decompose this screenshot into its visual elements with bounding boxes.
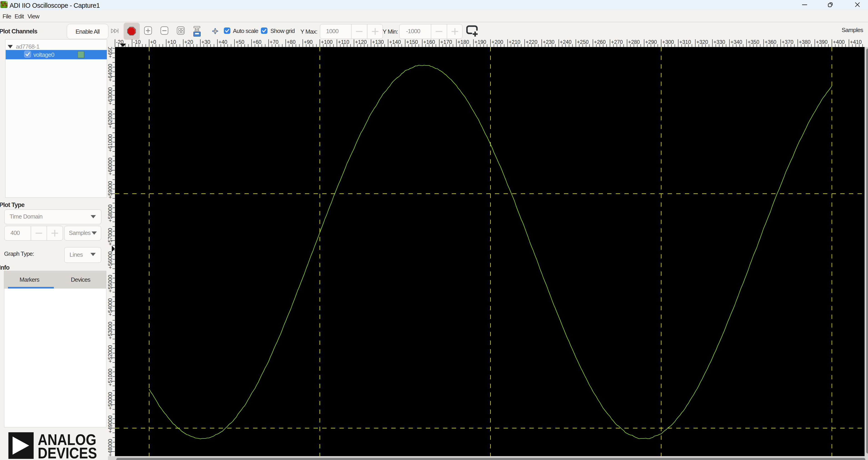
svg-text:+390: +390 — [816, 39, 828, 45]
svg-text:+58000: +58000 — [107, 204, 113, 222]
svg-text:+260: +260 — [594, 39, 606, 45]
svg-text:+70: +70 — [270, 39, 279, 45]
svg-text:+370: +370 — [782, 39, 794, 45]
svg-text:+330: +330 — [713, 39, 725, 45]
svg-text:+200: +200 — [492, 39, 503, 45]
svg-text:+140: +140 — [389, 39, 401, 45]
svg-text:+50: +50 — [236, 39, 244, 45]
svg-text:+170: +170 — [440, 39, 452, 45]
svg-text:+54000: +54000 — [107, 298, 113, 316]
svg-text:+410: +410 — [850, 39, 862, 45]
svg-text:+57000: +57000 — [107, 228, 113, 245]
svg-text:+90: +90 — [304, 39, 313, 45]
svg-text:+220: +220 — [526, 39, 537, 45]
svg-text:+320: +320 — [696, 39, 708, 45]
svg-text:+250: +250 — [577, 39, 589, 45]
svg-text:+120: +120 — [355, 39, 367, 45]
svg-text:+50000: +50000 — [107, 392, 113, 409]
svg-text:+270: +270 — [611, 39, 623, 45]
svg-text:+300: +300 — [662, 39, 674, 45]
svg-text:+56000: +56000 — [107, 252, 113, 269]
svg-text:+190: +190 — [474, 39, 486, 45]
svg-text:+350: +350 — [748, 39, 760, 45]
svg-text:+210: +210 — [508, 39, 520, 45]
svg-text:+60000: +60000 — [107, 158, 113, 175]
svg-text:+290: +290 — [645, 39, 657, 45]
svg-text:+340: +340 — [731, 39, 742, 45]
svg-text:+240: +240 — [560, 39, 572, 45]
svg-text:+30: +30 — [201, 39, 210, 45]
svg-text:-10: -10 — [133, 39, 141, 45]
svg-text:+65000: +65000 — [107, 40, 113, 58]
svg-text:+110: +110 — [338, 39, 349, 45]
svg-text:+49000: +49000 — [107, 416, 113, 433]
svg-text:+10: +10 — [167, 39, 176, 45]
svg-text:+52000: +52000 — [107, 345, 113, 363]
svg-text:+48000: +48000 — [107, 439, 113, 456]
svg-text:+100: +100 — [321, 39, 333, 45]
svg-text:+62000: +62000 — [107, 111, 113, 128]
svg-text:+160: +160 — [423, 39, 435, 45]
svg-text:+380: +380 — [799, 39, 810, 45]
svg-text:+230: +230 — [543, 39, 555, 45]
svg-text:+150: +150 — [406, 39, 418, 45]
svg-text:+64000: +64000 — [107, 64, 113, 81]
svg-text:+280: +280 — [628, 39, 640, 45]
svg-text:+63000: +63000 — [107, 87, 113, 105]
svg-text:+53000: +53000 — [107, 322, 113, 339]
svg-text:+360: +360 — [765, 39, 776, 45]
svg-text:+60: +60 — [253, 39, 261, 45]
svg-text:+310: +310 — [679, 39, 691, 45]
svg-text:+180: +180 — [457, 39, 469, 45]
svg-text:+130: +130 — [372, 39, 384, 45]
svg-text:+20: +20 — [184, 39, 193, 45]
svg-text:+40: +40 — [218, 39, 227, 45]
svg-text:+0: +0 — [150, 39, 156, 45]
svg-text:+51000: +51000 — [107, 369, 113, 386]
svg-text:+80: +80 — [287, 39, 296, 45]
svg-text:+59000: +59000 — [107, 181, 113, 199]
svg-text:+61000: +61000 — [107, 134, 113, 152]
svg-text:+400: +400 — [833, 39, 845, 45]
svg-text:+55000: +55000 — [107, 275, 113, 292]
